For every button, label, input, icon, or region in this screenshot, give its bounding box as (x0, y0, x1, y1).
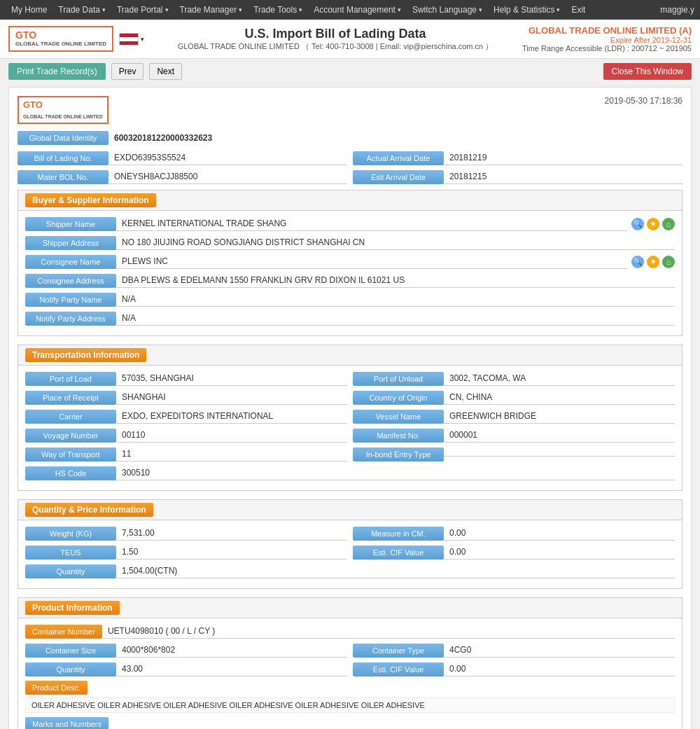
manifest-no-group: Manifest No. 000001 (353, 428, 675, 443)
teus-value: 1.50 (116, 545, 347, 560)
container-number-value: UETU4098010 ( 00 / L / CY ) (102, 624, 675, 639)
buyer-supplier-label: Buyer & Supplier Information (25, 193, 156, 207)
star-icon[interactable]: ★ (647, 218, 659, 230)
chevron-down-icon: ▾ (398, 6, 401, 13)
current-user: maggie.y (660, 5, 694, 15)
shipper-name-label: Shipper Name (25, 217, 116, 231)
search-icon[interactable]: 🔍 (631, 218, 644, 230)
nav-trade-portal[interactable]: Trade Portal ▾ (111, 5, 174, 15)
top-navigation: My Home Trade Data ▾ Trade Portal ▾ Trad… (0, 0, 700, 20)
consignee-address-value: DBA PLEWS & EDELMANN 1550 FRANKLIN GRV R… (116, 273, 675, 288)
nav-exit[interactable]: Exit (566, 5, 591, 15)
product-label: Product Information (25, 601, 120, 615)
page-title: U.S. Import Bill of Lading Data (148, 27, 522, 41)
main-content: GTOGLOBAL TRADE ONLINE LIMITED 2019-05-3… (8, 87, 692, 729)
company-contact: GLOBAL TRADE ONLINE LIMITED （ Tel: 400-7… (148, 41, 522, 52)
master-bol-group: Mater BOL No. ONEYSH8ACJJ88500 (18, 169, 347, 184)
chevron-down-icon: ▾ (141, 36, 144, 43)
page-title-area: U.S. Import Bill of Lading Data GLOBAL T… (148, 27, 522, 52)
inbond-entry-type-value (444, 452, 675, 457)
nav-trade-manager[interactable]: Trade Manager ▾ (174, 5, 248, 15)
container-number-row: Container Number UETU4098010 ( 00 / L / … (25, 624, 675, 639)
identity-section: Global Data Identity 6003201812200003326… (18, 131, 682, 184)
bol-group: Bill of Lading No. EXDO63953S5524 (18, 151, 347, 165)
measure-value: 0.00 (444, 526, 675, 541)
product-header: Product Information (18, 598, 682, 618)
transportation-header: Transportation Information (18, 345, 682, 366)
shipper-address-row: Shipper Address NO 180 JIUJING ROAD SONG… (25, 235, 675, 250)
carrier-label: Carrier (25, 410, 116, 424)
product-esti-cif-label: Esti. CIF Value (353, 662, 444, 676)
carrier-vessel-row: Carrier EXDO, EXPEDITORS INTERNATIONAL V… (25, 409, 675, 424)
consignee-name-value: PLEWS INC (116, 254, 627, 269)
us-flag-icon (119, 33, 139, 46)
home-icon[interactable]: ⌂ (662, 218, 675, 230)
product-desc-value: OILER ADHESIVE OILER ADHESIVE OILER ADHE… (25, 697, 675, 713)
logo-area: GTOGLOBAL TRADE ONLINE LIMITED ▾ (8, 26, 148, 51)
nav-my-home[interactable]: My Home (6, 5, 52, 15)
record-timestamp: 2019-05-30 17:18:36 (605, 96, 682, 106)
transportation-body: Port of Load 57035, SHANGHAI Port of Unl… (18, 366, 682, 490)
vessel-name-value: GREENWICH BRIDGE (444, 409, 675, 424)
manifest-no-value: 000001 (444, 428, 675, 443)
consignee-icons: 🔍 ★ ⌂ (631, 256, 675, 268)
way-of-transport-label: Way of Transport (25, 447, 116, 461)
prev-button[interactable]: Prev (111, 63, 144, 80)
search-icon[interactable]: 🔍 (631, 256, 644, 268)
transportation-section: Transportation Information Port of Load … (18, 345, 682, 491)
bol-arrival-row: Bill of Lading No. EXDO63953S5524 Actual… (18, 151, 682, 165)
weight-label: Weight (KG) (25, 527, 116, 541)
close-window-button[interactable]: Close This Window (603, 63, 692, 80)
product-desc-label: Product Desc. (25, 681, 88, 695)
product-quantity-label: Quantity (25, 662, 116, 676)
shipper-address-label: Shipper Address (25, 236, 116, 250)
product-quantity-cif-row: Quantity 43.00 Esti. CIF Value 0.00 (25, 662, 675, 676)
place-of-receipt-label: Place of Receipt (25, 391, 116, 405)
buyer-supplier-section: Buyer & Supplier Information Shipper Nam… (18, 190, 682, 336)
nav-account-management[interactable]: Account Management ▾ (308, 5, 407, 15)
print-button[interactable]: Print Trade Record(s) (8, 63, 106, 80)
port-of-load-group: Port of Load 57035, SHANGHAI (25, 371, 347, 386)
voyage-number-value: 00110 (116, 428, 347, 443)
nav-switch-language[interactable]: Switch Language ▾ (407, 5, 488, 15)
notify-party-name-row: Notify Party Name N/A (25, 292, 675, 307)
quantity-price-label: Quantity & Price Information (25, 503, 153, 517)
vessel-name-label: Vessel Name (353, 410, 444, 424)
quantity-price-body: Weight (KG) 7,531.00 Measure in CM. 0.00… (18, 520, 682, 588)
country-of-origin-group: Country of Origin CN, CHINA (353, 390, 675, 405)
port-of-load-label: Port of Load (25, 372, 116, 386)
top-toolbar: Print Trade Record(s) Prev Next Close Th… (0, 59, 700, 84)
hs-code-label: HS Code (25, 466, 116, 480)
nav-help-statistics[interactable]: Help & Statistics ▾ (488, 5, 566, 15)
star-icon[interactable]: ★ (647, 256, 659, 268)
flag-selector[interactable]: ▾ (119, 33, 144, 46)
range-info: Time Range Accessible (LDR) : 200712 ~ 2… (522, 44, 692, 53)
port-of-unload-group: Port of Unload 3002, TACOMA, WA (353, 371, 675, 386)
product-quantity-value: 43.00 (116, 662, 347, 676)
weight-group: Weight (KG) 7,531.00 (25, 526, 347, 541)
country-of-origin-value: CN, CHINA (444, 390, 675, 405)
nav-trade-tools[interactable]: Trade Tools ▾ (248, 5, 308, 15)
next-button[interactable]: Next (149, 63, 182, 80)
home-icon[interactable]: ⌂ (662, 256, 675, 268)
record-header: GTOGLOBAL TRADE ONLINE LIMITED 2019-05-3… (18, 96, 682, 124)
way-of-transport-value: 11 (116, 447, 347, 461)
chevron-down-icon: ▾ (239, 6, 242, 13)
voyage-number-group: Voyage Number 00110 (25, 428, 347, 443)
header-right-info: GLOBAL TRADE ONLINE LIMITED (A) Expire A… (522, 25, 692, 53)
voyage-number-label: Voyage Number (25, 429, 116, 443)
country-of-origin-label: Country of Origin (353, 391, 444, 405)
place-of-receipt-group: Place of Receipt SHANGHAI (25, 390, 347, 405)
container-type-value: 4CG0 (444, 643, 675, 658)
quantity-price-section: Quantity & Price Information Weight (KG)… (18, 499, 682, 589)
chevron-down-icon: ▾ (479, 6, 482, 13)
logo: GTOGLOBAL TRADE ONLINE LIMITED (8, 26, 113, 51)
product-esti-cif-group: Esti. CIF Value 0.00 (353, 662, 675, 676)
nav-trade-data[interactable]: Trade Data ▾ (52, 5, 111, 15)
carrier-value: EXDO, EXPEDITORS INTERNATIONAL (116, 409, 347, 424)
quantity-value: 1,504.00(CTN) (116, 564, 675, 578)
notify-party-name-label: Notify Party Name (25, 293, 116, 307)
marks-numbers-section: Marks and Numbers NO MARKS (25, 717, 675, 729)
esti-arrival-date-label: Esti Arrival Date (353, 170, 444, 184)
transportation-label: Transportation Information (25, 348, 146, 362)
